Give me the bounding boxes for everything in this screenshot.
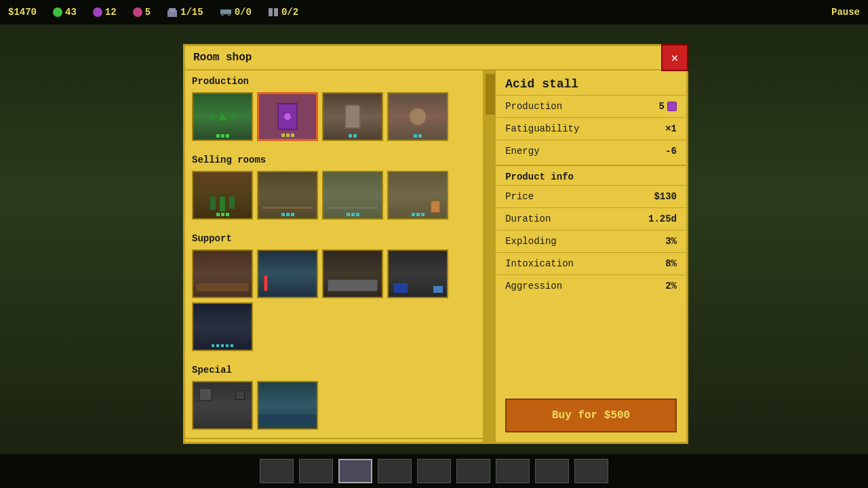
intoxication-row: Intoxication 8%: [496, 252, 686, 274]
purple-icon: [93, 7, 102, 17]
hud-bar: $1470 43 12 5 1/15 0/0 0/2 Pause: [0, 0, 868, 24]
hud-buildings: 1/15: [167, 7, 203, 18]
fatiguability-value: ×1: [665, 123, 677, 134]
special-grid: [192, 381, 476, 430]
intoxication-label: Intoxication: [505, 258, 574, 269]
duration-label: Duration: [505, 214, 551, 224]
modal-body: Production ▲ ▲ ▲: [185, 70, 686, 442]
exploding-value: 3%: [665, 236, 677, 247]
svg-point-3: [221, 14, 224, 16]
taskbar-item-6[interactable]: [456, 459, 490, 483]
building-icon: [167, 7, 178, 17]
duration-value: 1.25d: [648, 214, 677, 224]
room-spec2[interactable]: [257, 381, 318, 430]
production-row: Production 5: [496, 95, 686, 117]
svg-rect-1: [169, 8, 176, 12]
fatiguability-label: Fatiguability: [505, 123, 579, 134]
hud-green: 43: [53, 7, 77, 18]
taskbar-item-5[interactable]: [417, 459, 451, 483]
support-grid: [192, 249, 476, 351]
modal-title: Room shop: [193, 52, 252, 64]
aggression-row: Aggression 2%: [496, 274, 686, 297]
hud-slots: 0/2: [268, 7, 298, 18]
room-spec1[interactable]: [192, 381, 253, 430]
category-special: Special: [185, 359, 483, 438]
room-lounge[interactable]: [192, 249, 253, 298]
product-info-header: Product info: [496, 165, 686, 185]
category-production: Production ▲ ▲ ▲: [185, 70, 483, 149]
description-bar: A small machine for manufacturing "purpl…: [185, 438, 483, 442]
taskbar-item-8[interactable]: [535, 459, 569, 483]
room-tavern[interactable]: [192, 171, 253, 220]
room-kiosk[interactable]: [387, 171, 448, 220]
slots-icon: [268, 7, 279, 17]
exploding-row: Exploding 3%: [496, 230, 686, 252]
room-forest[interactable]: ▲ ▲ ▲: [192, 92, 253, 141]
category-support: Support: [185, 228, 483, 359]
close-button[interactable]: ✕: [661, 44, 688, 71]
svg-rect-2: [220, 9, 231, 14]
category-support-title: Support: [192, 233, 476, 244]
taskbar-item-3-active[interactable]: [338, 459, 372, 483]
room-storage[interactable]: [322, 249, 383, 298]
detail-title: Acid stall: [496, 70, 686, 95]
modal-title-bar: Room shop ✕: [185, 46, 686, 70]
room-coffee[interactable]: [387, 92, 448, 141]
intoxication-value: 8%: [665, 258, 677, 269]
svg-rect-6: [274, 8, 278, 16]
hud-money: $1470: [8, 7, 37, 18]
taskbar-item-4[interactable]: [378, 459, 412, 483]
hud-transport: 0/0: [220, 7, 252, 18]
aggression-value: 2%: [665, 281, 677, 291]
scroll-track[interactable]: [484, 70, 496, 442]
pause-button[interactable]: Pause: [831, 7, 860, 18]
green-icon: [53, 7, 62, 17]
transport-icon: [220, 8, 232, 16]
pink-icon: [133, 7, 142, 17]
energy-label: Energy: [505, 146, 539, 157]
category-selling: Selling rooms: [185, 149, 483, 228]
hud-purple: 12: [93, 7, 117, 18]
aggression-label: Aggression: [505, 281, 562, 291]
exploding-label: Exploding: [505, 236, 557, 247]
category-selling-title: Selling rooms: [192, 155, 476, 165]
category-production-title: Production: [192, 76, 476, 87]
taskbar-item-7[interactable]: [496, 459, 530, 483]
svg-rect-5: [269, 8, 273, 16]
price-label: Price: [505, 191, 534, 202]
hud-pink: 5: [133, 7, 151, 18]
energy-value: -6: [665, 146, 677, 157]
room-still[interactable]: [322, 92, 383, 141]
room-shop[interactable]: [322, 171, 383, 220]
purple-gem-icon: [667, 102, 677, 111]
room-list-panel: Production ▲ ▲ ▲: [185, 70, 484, 442]
info-panel: Acid stall Production 5 Fatiguability ×1…: [496, 70, 686, 442]
svg-point-4: [228, 14, 231, 16]
buy-button[interactable]: Buy for $500: [505, 399, 677, 432]
taskbar-item-2[interactable]: [299, 459, 333, 483]
production-grid: ▲ ▲ ▲: [192, 92, 476, 141]
scroll-thumb[interactable]: [486, 74, 495, 115]
room-dark2[interactable]: [192, 302, 253, 351]
room-shop-modal: Room shop ✕ Production ▲ ▲ ▲: [183, 44, 688, 444]
fatiguability-row: Fatiguability ×1: [496, 117, 686, 140]
room-lab[interactable]: [257, 249, 318, 298]
taskbar-item-9[interactable]: [574, 459, 608, 483]
energy-row: Energy -6: [496, 140, 686, 162]
taskbar-item-1[interactable]: [260, 459, 294, 483]
price-row: Price $130: [496, 185, 686, 207]
duration-row: Duration 1.25d: [496, 207, 686, 230]
production-value: 5: [659, 101, 677, 112]
category-special-title: Special: [192, 365, 476, 375]
taskbar: [0, 454, 868, 488]
selling-grid: [192, 171, 476, 220]
room-bar[interactable]: [257, 171, 318, 220]
price-value: $130: [654, 191, 677, 202]
room-purple-lab[interactable]: [257, 92, 318, 141]
room-dark1[interactable]: [387, 249, 448, 298]
production-label: Production: [505, 101, 562, 112]
